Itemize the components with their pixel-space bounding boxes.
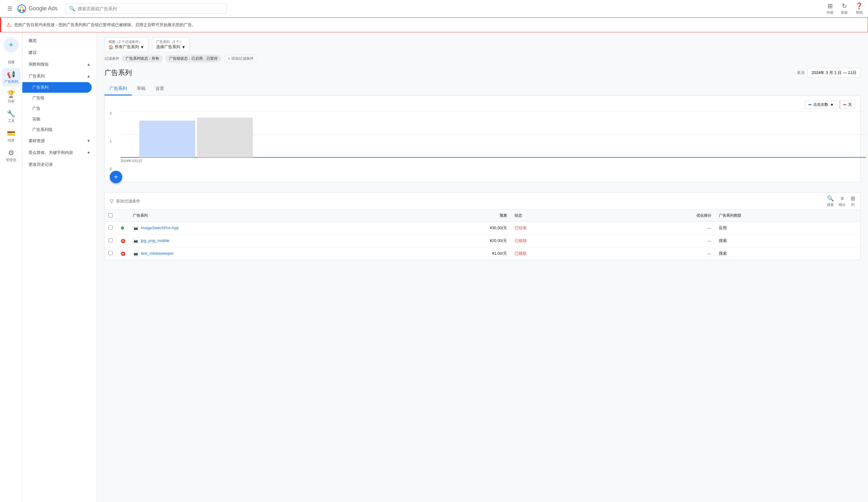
y-label-1: 1 bbox=[110, 139, 119, 143]
nav-sub-item-experiments[interactable]: 实验 bbox=[22, 114, 97, 124]
refresh-icon: ↻ bbox=[842, 2, 847, 10]
legend-none-button[interactable]: 无 bbox=[840, 101, 855, 109]
nav-campaigns-label: 广告系列 bbox=[29, 73, 45, 79]
campaign-name-link[interactable]: test_minesweeper bbox=[141, 251, 174, 256]
nav-sub-ads-label: 广告 bbox=[32, 106, 40, 111]
chevron-down-icon: ▲ bbox=[87, 62, 91, 66]
campaign-status: 已移除 bbox=[511, 235, 606, 247]
overview-icon: ⊞ bbox=[828, 2, 833, 10]
nav-item-campaigns[interactable]: 广告系列 ▲ bbox=[22, 70, 97, 82]
campaign-name-link[interactable]: jpg_png_mobile bbox=[141, 238, 169, 243]
table-search-button[interactable]: 🔍 搜索 bbox=[827, 195, 834, 207]
nav-sub-item-ads[interactable]: 广告 bbox=[22, 103, 97, 114]
row-checkbox-0[interactable] bbox=[108, 225, 113, 229]
alert-message: 您的广告目前均未投放 - 您的广告系列和广告组已暂停或已被移除。启用之后即可开始… bbox=[14, 22, 196, 28]
main-layout: + 创建 📢 广告系列 🏆 目标 🔧 工具 💳 结算 ⚙ 管理员 概览 bbox=[0, 32, 868, 502]
overview-button[interactable]: ⊞ 外观 bbox=[827, 2, 834, 15]
filter-chip-adgroup-status-label: 广告组状态：已启用、已暂停 bbox=[169, 56, 218, 61]
add-filter-chip[interactable]: + 添加过滤条件 bbox=[224, 54, 258, 63]
nav-sub-item-campaign-groups[interactable]: 广告系列组 bbox=[22, 124, 97, 135]
tab-campaigns[interactable]: 广告系列 bbox=[104, 83, 132, 95]
sidebar-item-campaigns[interactable]: 📢 广告系列 bbox=[2, 68, 21, 86]
campaign-icon: 📷 bbox=[133, 238, 139, 244]
date-range-button[interactable]: 2024年 3 月 1 日 — 11日 bbox=[807, 68, 860, 78]
nav-sub-adgroups-label: 广告组 bbox=[32, 95, 44, 100]
legend-clicks-dot bbox=[808, 104, 812, 105]
table-columns-button[interactable]: ⊞ 列 bbox=[850, 195, 855, 207]
filter-chip-campaign-status[interactable]: 广告系列状态：所有 bbox=[122, 55, 163, 62]
refresh-label: 刷新 bbox=[841, 10, 848, 15]
nav-item-history[interactable]: 更改历史记录 bbox=[22, 158, 97, 171]
nav-overview-label: 概览 bbox=[29, 38, 37, 43]
view-selector[interactable]: 视图（2 个过滤条件） 🏠 所有广告系列 ▼ bbox=[104, 37, 148, 52]
sidebar-item-billing[interactable]: 💳 结算 bbox=[2, 127, 21, 145]
svg-rect-6 bbox=[139, 121, 195, 157]
y-label-2: 2 bbox=[110, 111, 119, 115]
create-label: 创建 bbox=[2, 57, 21, 67]
billing-icon: 💳 bbox=[7, 130, 15, 137]
nav-item-assets[interactable]: 素材资源 ▼ bbox=[22, 135, 97, 147]
table-add-filter-text[interactable]: 添加过滤条件 bbox=[116, 198, 825, 204]
help-icon: ❓ bbox=[855, 2, 863, 10]
nav-item-overview[interactable]: 概览 bbox=[22, 35, 97, 47]
table-header-campaign: 广告系列 bbox=[129, 210, 389, 222]
nav-recommendations-label: 建议 bbox=[29, 50, 37, 55]
tab-drafts[interactable]: 草稿 bbox=[132, 83, 151, 95]
row-checkbox-2[interactable] bbox=[108, 251, 113, 255]
tab-settings[interactable]: 设置 bbox=[151, 83, 169, 95]
table-header-type: 广告系列类型 bbox=[715, 210, 860, 222]
alert-banner: ⚠ 您的广告目前均未投放 - 您的广告系列和广告组已暂停或已被移除。启用之后即可… bbox=[0, 18, 868, 32]
campaign-budget: ¥1.00/天 bbox=[389, 247, 511, 260]
table-select-all-checkbox[interactable] bbox=[108, 213, 113, 217]
table-toolbar: ▽ 添加过滤条件 🔍 搜索 ≡ 细分 ⊞ 列 bbox=[105, 193, 860, 210]
row-checkbox-1[interactable] bbox=[108, 238, 113, 242]
nav-item-recommendations[interactable]: 建议 bbox=[22, 47, 97, 59]
campaign-budget: ¥20.00/天 bbox=[389, 235, 511, 247]
page-title: 广告系列 bbox=[104, 68, 132, 78]
nav-item-insights[interactable]: 洞察和报告 ▲ bbox=[22, 59, 97, 70]
search-input[interactable] bbox=[78, 6, 223, 11]
sidebar-item-tools[interactable]: 🔧 工具 bbox=[2, 107, 21, 126]
add-fab-button[interactable]: + bbox=[110, 171, 122, 183]
campaign-icon: 📷 bbox=[133, 225, 139, 231]
filter-row: 过滤条件 广告系列状态：所有 广告组状态：已启用、已暂停 + 添加过滤条件 bbox=[104, 54, 860, 63]
chart-y-axis: 2 1 0 bbox=[110, 111, 119, 171]
sidebar-item-goals[interactable]: 🏆 目标 bbox=[2, 88, 21, 106]
nav-sub-item-adgroups[interactable]: 广告组 bbox=[22, 93, 97, 103]
legend-clicks-button[interactable]: 点击次数 ▼ bbox=[805, 101, 837, 109]
top-nav-actions: ⊞ 外观 ↻ 刷新 ❓ 帮助 bbox=[827, 2, 863, 15]
view-selector-value: 所有广告系列 bbox=[115, 44, 139, 50]
table-header-budget: 预算 bbox=[389, 210, 511, 222]
help-label: 帮助 bbox=[856, 10, 863, 15]
date-range-label: 本月 bbox=[797, 70, 805, 75]
icon-sidebar: + 创建 📢 广告系列 🏆 目标 🔧 工具 💳 结算 ⚙ 管理员 bbox=[0, 32, 22, 502]
campaign-status: 已移除 bbox=[511, 247, 606, 260]
campaign-type: 搜索 bbox=[715, 235, 860, 247]
hamburger-button[interactable]: ☰ bbox=[5, 3, 15, 14]
sidebar-item-admin[interactable]: ⚙ 管理员 bbox=[2, 146, 21, 165]
add-filter-icon: + bbox=[228, 57, 230, 61]
refresh-button[interactable]: ↻ 刷新 bbox=[841, 2, 848, 15]
main-content: 视图（2 个过滤条件） 🏠 所有广告系列 ▼ 广告系列（3 个） 选择广告系列 … bbox=[97, 32, 868, 502]
create-button[interactable]: + bbox=[4, 37, 19, 52]
tools-icon: 🔧 bbox=[7, 110, 15, 118]
search-icon: 🔍 bbox=[69, 6, 75, 11]
table-section: ▽ 添加过滤条件 🔍 搜索 ≡ 细分 ⊞ 列 bbox=[104, 192, 860, 260]
campaign-selector[interactable]: 广告系列（3 个） 选择广告系列 ▼ bbox=[152, 37, 190, 52]
search-bar[interactable]: 🔍 bbox=[65, 3, 227, 14]
tab-settings-label: 设置 bbox=[155, 86, 164, 91]
status-dot-removed: ✕ bbox=[121, 252, 125, 256]
table-search-icon: 🔍 bbox=[827, 195, 834, 202]
svg-point-1 bbox=[19, 9, 21, 11]
table-segment-button[interactable]: ≡ 细分 bbox=[839, 195, 846, 207]
nav-sub-item-campaigns[interactable]: 广告系列 bbox=[22, 82, 92, 93]
help-button[interactable]: ❓ 帮助 bbox=[855, 2, 863, 15]
filter-chip-adgroup-status[interactable]: 广告组状态：已启用、已暂停 bbox=[165, 55, 221, 62]
campaign-name-link[interactable]: ImageSwitchPro-App bbox=[141, 225, 179, 230]
legend-none-label: 无 bbox=[848, 102, 852, 107]
tools-label: 工具 bbox=[8, 119, 14, 123]
app-title: Google Ads bbox=[29, 5, 58, 12]
legend-clicks-label: 点击次数 bbox=[813, 102, 828, 107]
nav-item-audience[interactable]: 受众群体、关键字和内容 ▼ bbox=[22, 147, 97, 158]
goals-label: 目标 bbox=[8, 99, 14, 104]
